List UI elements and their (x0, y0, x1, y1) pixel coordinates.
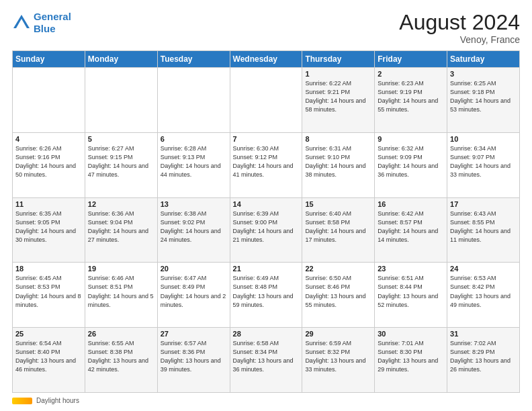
day-number: 20 (161, 265, 227, 273)
day-info: Sunrise: 6:58 AM Sunset: 8:34 PM Dayligh… (233, 339, 300, 374)
day-info: Sunrise: 6:31 AM Sunset: 9:10 PM Dayligh… (305, 144, 371, 179)
day-info: Sunrise: 6:57 AM Sunset: 8:36 PM Dayligh… (161, 339, 227, 374)
calendar-cell: 22Sunrise: 6:50 AM Sunset: 8:46 PM Dayli… (302, 263, 375, 328)
day-info: Sunrise: 6:54 AM Sunset: 8:40 PM Dayligh… (15, 339, 82, 374)
day-info: Sunrise: 6:38 AM Sunset: 9:02 PM Dayligh… (161, 210, 227, 244)
day-number: 13 (161, 200, 227, 208)
col-saturday: Saturday (447, 51, 520, 68)
day-info: Sunrise: 7:01 AM Sunset: 8:30 PM Dayligh… (378, 339, 444, 374)
day-info: Sunrise: 6:51 AM Sunset: 8:44 PM Dayligh… (378, 274, 444, 309)
day-number: 16 (378, 200, 444, 208)
calendar-cell: 19Sunrise: 6:46 AM Sunset: 8:51 PM Dayli… (85, 263, 157, 328)
day-number: 21 (233, 265, 300, 273)
logo-line1: General (34, 11, 71, 22)
calendar-cell: 16Sunrise: 6:42 AM Sunset: 8:57 PM Dayli… (375, 197, 447, 263)
col-wednesday: Wednesday (230, 51, 302, 68)
calendar-cell: 29Sunrise: 6:59 AM Sunset: 8:32 PM Dayli… (302, 328, 375, 393)
day-number: 11 (15, 200, 82, 208)
calendar-week-5: 25Sunrise: 6:54 AM Sunset: 8:40 PM Dayli… (13, 328, 520, 393)
calendar-cell: 15Sunrise: 6:40 AM Sunset: 8:58 PM Dayli… (302, 197, 375, 263)
calendar-cell: 5Sunrise: 6:27 AM Sunset: 9:15 PM Daylig… (85, 132, 157, 197)
day-info: Sunrise: 6:47 AM Sunset: 8:49 PM Dayligh… (161, 274, 227, 309)
day-number: 28 (233, 330, 300, 338)
calendar-week-3: 11Sunrise: 6:35 AM Sunset: 9:05 PM Dayli… (13, 197, 520, 263)
calendar-cell: 23Sunrise: 6:51 AM Sunset: 8:44 PM Dayli… (375, 263, 447, 328)
day-number: 14 (233, 200, 300, 208)
calendar-cell: 9Sunrise: 6:32 AM Sunset: 9:09 PM Daylig… (375, 132, 447, 197)
calendar-cell: 31Sunrise: 7:02 AM Sunset: 8:29 PM Dayli… (447, 328, 520, 393)
calendar-week-4: 18Sunrise: 6:45 AM Sunset: 8:53 PM Dayli… (13, 263, 520, 328)
day-info: Sunrise: 6:27 AM Sunset: 9:15 PM Dayligh… (88, 144, 154, 179)
day-number: 7 (233, 135, 300, 143)
calendar-week-1: 1Sunrise: 6:22 AM Sunset: 9:21 PM Daylig… (13, 68, 520, 133)
daylight-label: Daylight hours (36, 397, 79, 404)
calendar-cell: 17Sunrise: 6:43 AM Sunset: 8:55 PM Dayli… (447, 197, 520, 263)
day-info: Sunrise: 6:26 AM Sunset: 9:16 PM Dayligh… (15, 144, 82, 179)
location: Venoy, France (399, 34, 520, 45)
day-number: 2 (378, 70, 444, 78)
calendar-cell: 6Sunrise: 6:28 AM Sunset: 9:13 PM Daylig… (157, 132, 230, 197)
calendar-cell: 28Sunrise: 6:58 AM Sunset: 8:34 PM Dayli… (230, 328, 302, 393)
calendar-cell: 14Sunrise: 6:39 AM Sunset: 9:00 PM Dayli… (230, 197, 302, 263)
day-info: Sunrise: 6:32 AM Sunset: 9:09 PM Dayligh… (378, 144, 444, 179)
day-info: Sunrise: 6:53 AM Sunset: 8:42 PM Dayligh… (450, 274, 517, 309)
day-info: Sunrise: 6:55 AM Sunset: 8:38 PM Dayligh… (88, 339, 154, 374)
calendar-cell: 30Sunrise: 7:01 AM Sunset: 8:30 PM Dayli… (375, 328, 447, 393)
calendar-cell (13, 68, 85, 133)
day-info: Sunrise: 6:25 AM Sunset: 9:18 PM Dayligh… (450, 79, 517, 114)
calendar-cell: 11Sunrise: 6:35 AM Sunset: 9:05 PM Dayli… (13, 197, 85, 263)
calendar-cell: 10Sunrise: 6:34 AM Sunset: 9:07 PM Dayli… (447, 132, 520, 197)
day-number: 8 (305, 135, 371, 143)
day-info: Sunrise: 6:36 AM Sunset: 9:04 PM Dayligh… (88, 210, 154, 244)
day-number: 3 (450, 70, 517, 78)
day-info: Sunrise: 6:39 AM Sunset: 9:00 PM Dayligh… (233, 210, 300, 244)
day-info: Sunrise: 6:35 AM Sunset: 9:05 PM Dayligh… (15, 210, 82, 244)
day-info: Sunrise: 6:49 AM Sunset: 8:48 PM Dayligh… (233, 274, 300, 309)
calendar-header-row: Sunday Monday Tuesday Wednesday Thursday… (13, 51, 520, 68)
day-number: 29 (305, 330, 371, 338)
calendar-cell: 4Sunrise: 6:26 AM Sunset: 9:16 PM Daylig… (13, 132, 85, 197)
day-info: Sunrise: 7:02 AM Sunset: 8:29 PM Dayligh… (450, 339, 517, 374)
day-info: Sunrise: 6:43 AM Sunset: 8:55 PM Dayligh… (450, 210, 517, 244)
day-number: 25 (15, 330, 82, 338)
calendar-cell: 13Sunrise: 6:38 AM Sunset: 9:02 PM Dayli… (157, 197, 230, 263)
day-info: Sunrise: 6:46 AM Sunset: 8:51 PM Dayligh… (88, 274, 154, 309)
day-info: Sunrise: 6:59 AM Sunset: 8:32 PM Dayligh… (305, 339, 371, 374)
calendar-cell: 7Sunrise: 6:30 AM Sunset: 9:12 PM Daylig… (230, 132, 302, 197)
col-friday: Friday (375, 51, 447, 68)
day-number: 17 (450, 200, 517, 208)
day-info: Sunrise: 6:45 AM Sunset: 8:53 PM Dayligh… (15, 274, 82, 309)
calendar-cell (230, 68, 302, 133)
day-info: Sunrise: 6:28 AM Sunset: 9:13 PM Dayligh… (161, 144, 227, 179)
calendar-cell (85, 68, 157, 133)
day-number: 31 (450, 330, 517, 338)
calendar-cell: 24Sunrise: 6:53 AM Sunset: 8:42 PM Dayli… (447, 263, 520, 328)
logo-text: General Blue (34, 11, 71, 35)
calendar-cell: 27Sunrise: 6:57 AM Sunset: 8:36 PM Dayli… (157, 328, 230, 393)
calendar-cell: 8Sunrise: 6:31 AM Sunset: 9:10 PM Daylig… (302, 132, 375, 197)
calendar-cell: 21Sunrise: 6:49 AM Sunset: 8:48 PM Dayli… (230, 263, 302, 328)
daylight-bar-icon (12, 398, 32, 404)
day-info: Sunrise: 6:34 AM Sunset: 9:07 PM Dayligh… (450, 144, 517, 179)
col-monday: Monday (85, 51, 157, 68)
calendar-cell: 26Sunrise: 6:55 AM Sunset: 8:38 PM Dayli… (85, 328, 157, 393)
logo-line2: Blue (34, 23, 56, 34)
calendar-cell: 18Sunrise: 6:45 AM Sunset: 8:53 PM Dayli… (13, 263, 85, 328)
header: General Blue August 2024 Venoy, France (12, 11, 520, 45)
day-info: Sunrise: 6:22 AM Sunset: 9:21 PM Dayligh… (305, 79, 371, 114)
day-number: 23 (378, 265, 444, 273)
page: General Blue August 2024 Venoy, France S… (0, 0, 532, 411)
calendar-cell: 20Sunrise: 6:47 AM Sunset: 8:49 PM Dayli… (157, 263, 230, 328)
calendar-cell: 2Sunrise: 6:23 AM Sunset: 9:19 PM Daylig… (375, 68, 447, 133)
day-number: 18 (15, 265, 82, 273)
day-number: 26 (88, 330, 154, 338)
calendar-week-2: 4Sunrise: 6:26 AM Sunset: 9:16 PM Daylig… (13, 132, 520, 197)
day-info: Sunrise: 6:30 AM Sunset: 9:12 PM Dayligh… (233, 144, 300, 179)
day-number: 9 (378, 135, 444, 143)
col-tuesday: Tuesday (157, 51, 230, 68)
col-thursday: Thursday (302, 51, 375, 68)
day-number: 30 (378, 330, 444, 338)
day-number: 19 (88, 265, 154, 273)
day-number: 10 (450, 135, 517, 143)
day-number: 22 (305, 265, 371, 273)
